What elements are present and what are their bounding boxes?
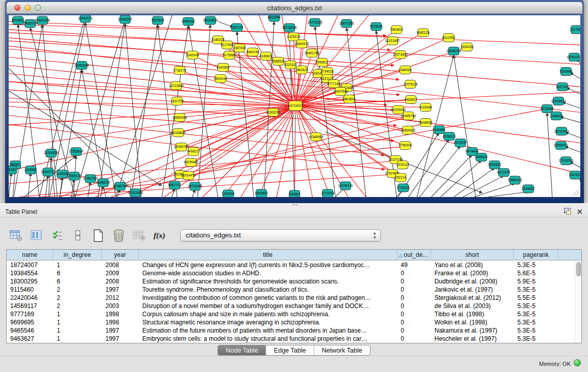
tab-edge-table[interactable]: Edge Table bbox=[266, 345, 313, 355]
network-node[interactable]: 16099485 bbox=[184, 158, 199, 166]
delete-column-icon[interactable] bbox=[112, 229, 125, 243]
network-node[interactable]: 10654112 bbox=[508, 176, 522, 184]
network-node[interactable]: 8454749 bbox=[246, 48, 259, 56]
network-node[interactable]: 1115682 bbox=[25, 166, 37, 174]
network-node[interactable]: 15218506 bbox=[282, 24, 297, 32]
table-row[interactable]: 946362711997Embryonic stem cells: a mode… bbox=[7, 335, 574, 343]
network-node[interactable]: 9227341 bbox=[556, 83, 569, 91]
network-node[interactable]: 7663822 bbox=[390, 26, 403, 34]
table-vertical-scrollbar[interactable] bbox=[575, 261, 581, 343]
network-node[interactable]: 12093872 bbox=[551, 97, 566, 105]
network-node[interactable]: 9777169 bbox=[328, 80, 341, 88]
network-node[interactable]: 2803144 bbox=[214, 75, 227, 83]
network-node[interactable]: 16640910 bbox=[294, 40, 309, 48]
network-node[interactable]: 20691406 bbox=[35, 16, 50, 25]
network-node[interactable]: 16654923 bbox=[400, 126, 415, 134]
network-canvas[interactable]: 1872400718300295193845548919501140557242… bbox=[9, 15, 580, 197]
network-node[interactable]: 6379197 bbox=[454, 139, 467, 147]
network-node[interactable]: 1588520 bbox=[272, 57, 285, 65]
network-window-titlebar[interactable]: citations_edges.txt bbox=[7, 2, 582, 14]
network-node[interactable]: 1810755 bbox=[171, 97, 184, 105]
network-node[interactable]: 9242845 bbox=[216, 63, 230, 72]
table-row[interactable]: 946554611997Estimation of the future num… bbox=[7, 326, 574, 335]
network-node[interactable]: 1615112 bbox=[397, 161, 409, 169]
network-node[interactable]: 252214 bbox=[395, 173, 406, 182]
network-node[interactable]: 7832621 bbox=[488, 161, 502, 169]
table-row[interactable]: 2242004622012Investigating the contribut… bbox=[7, 294, 574, 302]
network-node[interactable]: 7485063 bbox=[399, 66, 412, 74]
network-node[interactable]: 7557224 bbox=[230, 24, 244, 32]
network-node[interactable]: 10719185 bbox=[308, 18, 322, 27]
network-node[interactable]: 12213967 bbox=[385, 37, 400, 45]
network-node[interactable]: 9498217 bbox=[187, 147, 200, 156]
network-node[interactable]: 9663644 bbox=[343, 95, 356, 103]
network-node[interactable]: 16210643 bbox=[554, 127, 569, 135]
network-node[interactable]: 17353924 bbox=[69, 147, 83, 156]
resize-grip-icon[interactable] bbox=[572, 189, 579, 196]
network-node[interactable]: 3175685 bbox=[223, 51, 236, 59]
column-header-short[interactable]: short bbox=[431, 250, 514, 260]
network-node[interactable]: 1653822 bbox=[255, 189, 268, 197]
network-node[interactable]: 20053346 bbox=[74, 61, 89, 70]
network-node[interactable]: 20206526 bbox=[43, 149, 58, 157]
show-columns-icon[interactable] bbox=[30, 229, 43, 243]
network-node[interactable]: 6466160 bbox=[182, 17, 195, 26]
network-node[interactable]: 18724007 bbox=[288, 101, 303, 111]
table-mode-icon[interactable] bbox=[9, 229, 23, 243]
network-node[interactable]: 17016504 bbox=[559, 157, 574, 165]
network-node[interactable]: 2935114 bbox=[475, 153, 488, 161]
network-node[interactable]: 16671355 bbox=[339, 19, 354, 28]
network-node[interactable]: 16961758 bbox=[304, 49, 319, 57]
network-node[interactable]: 9463627 bbox=[404, 96, 418, 104]
network-node[interactable]: 16495758 bbox=[401, 112, 416, 120]
network-node[interactable]: 9329966 bbox=[559, 68, 573, 76]
network-node[interactable]: 8912954 bbox=[442, 34, 455, 42]
network-node[interactable]: 9245052 bbox=[522, 185, 535, 193]
network-node[interactable]: 9146821 bbox=[259, 52, 273, 60]
network-node[interactable]: 19384554 bbox=[309, 133, 323, 141]
tab-node-table[interactable]: Node Table bbox=[218, 345, 266, 355]
network-node[interactable]: 9857771 bbox=[168, 181, 182, 189]
network-node[interactable]: 8660126 bbox=[417, 29, 430, 37]
network-node[interactable]: 7515526 bbox=[369, 23, 383, 31]
network-node[interactable]: 18654985 bbox=[172, 113, 187, 121]
network-node[interactable]: 19166825 bbox=[171, 128, 186, 137]
column-header-title[interactable]: title bbox=[139, 250, 397, 260]
network-node[interactable]: 16648784 bbox=[446, 47, 461, 55]
network-node[interactable]: 12505135 bbox=[67, 172, 81, 180]
network-node[interactable]: 1292344 bbox=[222, 190, 235, 197]
create-column-icon[interactable] bbox=[91, 229, 105, 243]
network-node[interactable]: 2718176 bbox=[173, 67, 187, 75]
network-node[interactable]: 1562615 bbox=[295, 66, 309, 74]
column-header-indegree[interactable]: in_degree bbox=[53, 250, 102, 260]
network-node[interactable]: 15751074 bbox=[567, 53, 580, 61]
table-row[interactable]: 911546021997Tourette syndrome. Phenomeno… bbox=[7, 286, 574, 294]
table-select-dropdown[interactable]: citations_edges.txt ▲▼ bbox=[180, 229, 381, 242]
network-node[interactable]: 1527602 bbox=[151, 16, 165, 25]
network-node[interactable]: 14136141 bbox=[338, 182, 353, 190]
network-node[interactable]: 13992971 bbox=[554, 141, 569, 149]
scrollbar-thumb[interactable] bbox=[576, 262, 581, 276]
table-row[interactable]: 1830029562008Estimation of significance … bbox=[7, 277, 574, 286]
network-node[interactable]: 7955812 bbox=[316, 58, 329, 67]
network-node[interactable]: 8938923 bbox=[443, 132, 456, 140]
network-node[interactable]: 9127508 bbox=[221, 41, 234, 49]
column-header-pagerank[interactable]: pagerank bbox=[514, 250, 558, 260]
network-node[interactable]: 10973493 bbox=[393, 51, 408, 59]
network-node[interactable]: 12942757 bbox=[40, 168, 55, 176]
table-rows-icon[interactable] bbox=[71, 229, 84, 243]
table-row[interactable]: 1938455462009Genome-wide association stu… bbox=[7, 269, 574, 277]
network-node[interactable]: 12975115 bbox=[403, 80, 418, 89]
network-graph[interactable]: 1872400718300295193845548919501140557242… bbox=[9, 15, 580, 197]
network-node[interactable]: 1654335 bbox=[461, 43, 474, 51]
network-node[interactable]: 1117531 bbox=[570, 26, 580, 34]
network-node[interactable]: 18943171 bbox=[78, 15, 93, 23]
function-builder-icon[interactable]: f(x) bbox=[153, 229, 166, 243]
column-header-name[interactable]: name bbox=[7, 250, 53, 260]
table-row[interactable]: 977716911998Corpus callosum shape and si… bbox=[7, 310, 574, 318]
table-row[interactable]: 1872400712008Changes of HCN gene express… bbox=[7, 261, 574, 269]
network-node[interactable]: 18300295 bbox=[266, 108, 280, 116]
network-node[interactable]: 8215958 bbox=[541, 105, 554, 113]
network-node[interactable]: 8813054 bbox=[268, 15, 281, 21]
network-node[interactable]: 1071918 bbox=[321, 189, 335, 197]
